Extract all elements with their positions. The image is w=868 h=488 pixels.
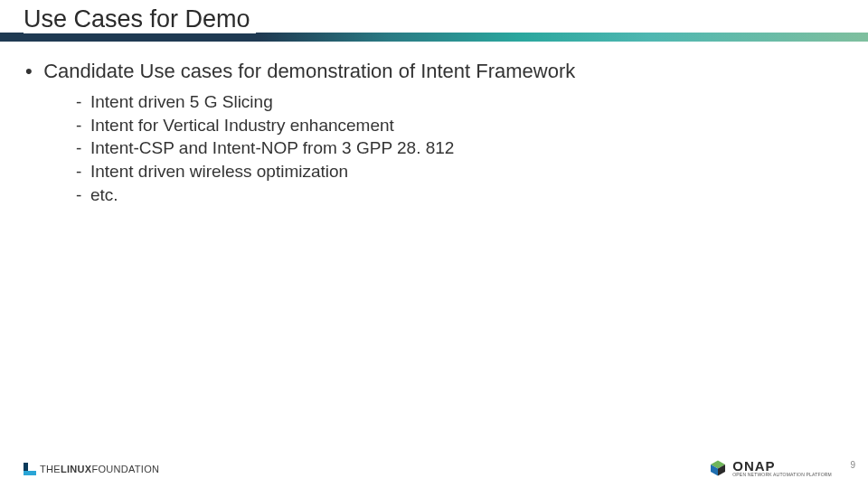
title-stripe — [0, 33, 868, 42]
list-item: Intent driven wireless optimization — [76, 160, 843, 183]
list-item: Intent for Vertical Industry enhancement — [76, 114, 843, 137]
list-item: Intent driven 5 G Slicing — [76, 90, 843, 114]
onap-text: ONAP OPEN NETWORK AUTOMATION PLATFORM — [732, 459, 832, 477]
linux-foundation-text: THELINUXFOUNDATION — [40, 464, 159, 474]
onap-name: ONAP — [732, 459, 832, 473]
list-item: Intent-CSP and Intent-NOP from 3 GPP 28.… — [76, 136, 843, 160]
list-item: etc. — [76, 183, 843, 207]
onap-tagline: OPEN NETWORK AUTOMATION PLATFORM — [732, 473, 832, 477]
lead-bullet-text: Candidate Use cases for demonstration of… — [43, 60, 575, 82]
lf-prefix: THE — [40, 464, 61, 474]
page-number: 9 — [850, 460, 855, 470]
title-bar: Use Cases for Demo — [0, 0, 868, 40]
lf-suffix: FOUNDATION — [91, 464, 159, 474]
onap-logo: ONAP OPEN NETWORK AUTOMATION PLATFORM — [709, 459, 832, 477]
lead-bullet: • Candidate Use cases for demonstration … — [25, 60, 843, 83]
sub-bullet-list: Intent driven 5 G Slicing Intent for Ver… — [25, 90, 843, 206]
onap-cube-icon — [709, 459, 727, 477]
lf-main: LINUX — [61, 464, 92, 474]
linux-foundation-icon — [24, 463, 36, 475]
linux-foundation-logo: THELINUXFOUNDATION — [24, 463, 159, 475]
slide-title: Use Cases for Demo — [24, 5, 256, 33]
slide-content: • Candidate Use cases for demonstration … — [0, 40, 868, 206]
slide-footer: THELINUXFOUNDATION ONAP OPEN NETWORK AUT… — [0, 448, 868, 479]
bullet-dot-icon: • — [25, 60, 38, 83]
